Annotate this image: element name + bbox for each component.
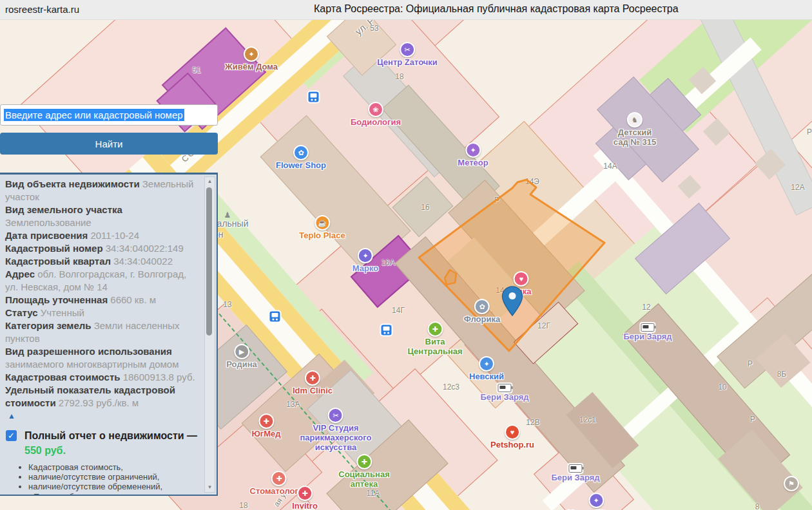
report-bullet: - Права собственности не зарегистрирован… bbox=[28, 492, 201, 495]
poi-flower-shop-label: Flower Shop bbox=[276, 161, 326, 170]
poi-petshop[interactable]: ♥Petshop.ru bbox=[490, 424, 534, 449]
poi-flower-shop-icon: ✿ bbox=[293, 145, 309, 160]
poi-petshop-icon: ♥ bbox=[505, 424, 520, 440]
poi-marko[interactable]: ✦Марко bbox=[353, 248, 378, 273]
report-bullet: наличие/отсутствие обременений, bbox=[28, 482, 201, 491]
report-offer-text: Полный отчет о недвижимости — bbox=[24, 430, 197, 441]
report-bullet: Кадастровая стоимость, bbox=[28, 462, 201, 472]
map-pin-icon bbox=[501, 286, 524, 319]
poi-centr-zatochki[interactable]: ✂Центр Zаточки bbox=[377, 42, 438, 67]
transit-stop-icon[interactable] bbox=[380, 323, 393, 337]
poi-detsad-label: Детский bbox=[614, 128, 656, 137]
poi-soc-apteka-icon: ✚ bbox=[356, 454, 372, 469]
transit-stop-icon[interactable] bbox=[268, 310, 282, 323]
poi-teplo-place-icon: ☕ bbox=[314, 215, 330, 231]
poi-zhivem-doma-label: Живём Дома bbox=[225, 62, 278, 71]
report-checkbox[interactable]: ✓ bbox=[6, 430, 17, 441]
poi-beri-zaryad-center[interactable]: Бери Заряд bbox=[480, 384, 528, 402]
info-field: Адрес обл. Волгоградская, г. Волгоград, … bbox=[5, 268, 201, 294]
transit-stop-icon[interactable] bbox=[307, 90, 320, 104]
search-input-value: Введите адрес или кадастровый номер bbox=[4, 109, 184, 121]
poi-vip-studio-icon: ✂ bbox=[328, 408, 343, 423]
info-field: Удельный показатель кадастровой стоимост… bbox=[5, 384, 201, 410]
poi-invitro-label: Invitro bbox=[292, 502, 318, 510]
poi-rodina-label: Родина bbox=[226, 360, 256, 369]
collapse-toggle-icon[interactable]: ▲ bbox=[8, 411, 17, 420]
info-field: Кадастровый номер 34:34:040022:149 bbox=[5, 242, 201, 255]
poi-detsad[interactable]: ♞Детскийсад № 315 bbox=[614, 112, 656, 147]
poi-meteor-label: Метеор bbox=[458, 158, 488, 167]
poi-centr-zatochki-icon: ✂ bbox=[400, 42, 415, 57]
poi-idm-clinic-icon: ✚ bbox=[305, 370, 320, 386]
poi-beri-zaryad-se-icon bbox=[641, 323, 654, 332]
poi-beri-zaryad-right[interactable]: Бери Заряд bbox=[551, 464, 599, 482]
poi-rodina-icon: ▶ bbox=[234, 344, 249, 359]
scroll-up-icon[interactable]: ▲ bbox=[205, 178, 215, 185]
poi-vip-studio[interactable]: ✂VIP Студияпарикмахерскогоискусства bbox=[300, 408, 372, 452]
poi-vita-centralnaya-icon: ✚ bbox=[427, 321, 443, 337]
poi-bodiologiya[interactable]: ❀Бодиология bbox=[351, 102, 401, 127]
poi-beri-zaryad-se[interactable]: Бери Заряд bbox=[623, 323, 672, 341]
poi-rodina[interactable]: ▶Родина bbox=[226, 344, 256, 369]
poi-beri-zaryad-center-label: Бери Заряд bbox=[480, 393, 528, 402]
poi-florika[interactable]: ✿Флорика bbox=[464, 299, 500, 324]
poi-yugmed-label: ЮгМед bbox=[251, 430, 280, 439]
poi-idm-clinic-label: Idm Clinic bbox=[293, 386, 333, 395]
poi-teplo-place[interactable]: ☕Teplo Place bbox=[299, 215, 345, 240]
info-field: Кадастровая стоимость 18600913.8 руб. bbox=[5, 371, 201, 384]
poi-detsad-icon: ♞ bbox=[627, 112, 643, 128]
poi-flower-shop[interactable]: ✿Flower Shop bbox=[276, 145, 326, 170]
poi-zhivem-doma[interactable]: ✦Живём Дома bbox=[225, 46, 278, 71]
find-button[interactable]: Найти bbox=[0, 133, 218, 155]
info-field: Статус Учтенный bbox=[5, 307, 201, 319]
poi-yugmed[interactable]: ✚ЮгМед bbox=[251, 413, 280, 439]
info-field: Категория земель Земли населенных пункто… bbox=[5, 319, 201, 345]
panel-scrollbar[interactable]: ▲ ▼ bbox=[204, 176, 215, 493]
poi-soc-apteka-label: аптека bbox=[338, 480, 389, 489]
poi-stomatologiya-icon: ✚ bbox=[271, 471, 287, 486]
poi-monument-icon: ♟ bbox=[224, 211, 231, 219]
poi-invitro-icon: ✚ bbox=[297, 486, 313, 501]
scrollbar-thumb[interactable] bbox=[206, 187, 212, 335]
site-link[interactable]: rosreestr-karta.ru bbox=[5, 4, 79, 15]
poi-detsad-label: сад № 315 bbox=[614, 138, 656, 147]
poi-soc-apteka-label: Социальная bbox=[338, 470, 389, 479]
poi-vip-studio-label: искусства bbox=[300, 443, 372, 452]
info-field: Вид объекта недвижимости Земельный участ… bbox=[5, 178, 201, 203]
scroll-down-icon[interactable]: ▼ bbox=[205, 484, 215, 491]
poi-beri-zaryad-right-label: Бери Заряд bbox=[551, 473, 599, 482]
poi-beri-zaryad-se-label: Бери Заряд bbox=[623, 332, 672, 341]
info-panel-content: Вид объекта недвижимости Земельный участ… bbox=[0, 175, 205, 495]
poi-centr-zatochki-label: Центр Zаточки bbox=[377, 58, 438, 67]
poi-nevskiy-icon: ✦ bbox=[479, 356, 494, 372]
poi-monument[interactable]: ♟ bbox=[224, 209, 231, 220]
info-field: Площадь уточненная 6660 кв. м bbox=[5, 294, 201, 307]
poi-petshop-label: Petshop.ru bbox=[490, 440, 534, 449]
poi-yugmed-icon: ✚ bbox=[258, 413, 274, 429]
poi-beri-zaryad-right-icon bbox=[568, 464, 582, 473]
poi-meteor[interactable]: ✦Метеор bbox=[458, 142, 488, 167]
report-offer: ✓ Полный отчет о недвижимости — 550 руб. bbox=[5, 428, 201, 458]
poi-flag-icon: ⚑ bbox=[784, 476, 799, 491]
poi-flag[interactable]: ⚑ bbox=[784, 476, 799, 491]
poi-meteor-icon: ✦ bbox=[465, 142, 481, 158]
poi-metro-fitness[interactable]: ✦Метро Fitness bbox=[567, 493, 624, 510]
poi-marko-label: Марко bbox=[353, 264, 378, 273]
poi-invitro[interactable]: ✚Invitro bbox=[292, 486, 318, 510]
report-bullet-list: Кадастровая стоимость,наличие/отсутствие… bbox=[5, 462, 201, 495]
poi-nevskiy[interactable]: ✦Невский bbox=[469, 356, 504, 381]
poi-florika-label: Флорика bbox=[464, 315, 500, 324]
info-fields: Вид объекта недвижимости Земельный участ… bbox=[5, 178, 201, 410]
poi-vita-centralnaya-label: Вита bbox=[407, 337, 462, 346]
info-field: Вид земельного участка Землепользование bbox=[5, 203, 201, 229]
top-bar: rosreestr-karta.ru Карта Росреестра: Офи… bbox=[0, 0, 812, 20]
poi-vita-centralnaya[interactable]: ✚ВитаЦентральная bbox=[407, 321, 462, 356]
search-input[interactable]: Введите адрес или кадастровый номер bbox=[0, 104, 218, 126]
poi-soc-apteka[interactable]: ✚Социальнаяаптека bbox=[338, 454, 389, 489]
poi-vita-centralnaya-label: Центральная bbox=[407, 347, 462, 356]
poi-vip-studio-label: парикмахерского bbox=[300, 433, 372, 442]
report-bullet: наличие/отсутствие ограничений, bbox=[28, 472, 201, 482]
poi-bodiologiya-icon: ❀ bbox=[368, 102, 383, 117]
report-offer-label: Полный отчет о недвижимости — 550 руб. bbox=[24, 428, 201, 458]
poi-idm-clinic[interactable]: ✚Idm Clinic bbox=[293, 370, 333, 395]
